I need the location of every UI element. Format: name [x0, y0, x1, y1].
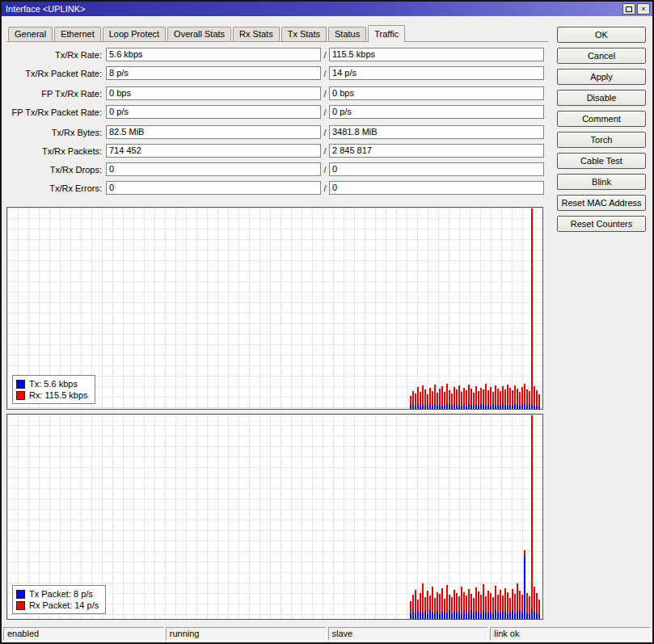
- tx-bar: [434, 613, 436, 619]
- status-slave: slave: [328, 627, 489, 641]
- rx-value-input[interactable]: 2 845 817: [329, 144, 544, 158]
- status-running: running: [166, 627, 327, 641]
- tx-bar: [519, 406, 521, 409]
- tx-value-input[interactable]: 5.6 kbps: [106, 48, 321, 61]
- tx-bar: [473, 406, 475, 409]
- legend-label: Tx: 5.6 kbps: [29, 379, 78, 389]
- tx-bar: [432, 612, 433, 619]
- tx-bar: [410, 613, 411, 619]
- tx-bar: [451, 406, 453, 409]
- tab-traffic[interactable]: Traffic: [368, 25, 405, 42]
- status-bar: enabledrunningslavelink ok: [3, 627, 651, 641]
- tx-bar: [495, 610, 496, 619]
- blink-button[interactable]: Blink: [557, 174, 646, 190]
- tx-value-input[interactable]: 0 p/s: [106, 105, 321, 119]
- field-row-tx-rx-bytes: Tx/Rx Bytes:82.5 MiB/3481.8 MiB: [2, 125, 550, 139]
- ok-button[interactable]: OK: [557, 27, 646, 43]
- tx-bar: [497, 405, 499, 409]
- field-label: FP Tx/Rx Packet Rate:: [2, 107, 106, 117]
- tab-tx-stats[interactable]: Tx Stats: [281, 27, 327, 41]
- tx-bar: [454, 405, 455, 409]
- rx-value-input[interactable]: 0 bps: [329, 86, 544, 100]
- tx-value-input[interactable]: 0: [106, 162, 321, 176]
- tx-value-input[interactable]: 0 bps: [106, 86, 321, 100]
- tx-bar: [524, 404, 525, 409]
- tx-bar: [504, 612, 506, 619]
- tx-bar: [538, 406, 540, 409]
- tx-bar: [485, 612, 487, 619]
- field-row-fp-tx-rx-packet-rate: FP Tx/Rx Packet Rate:0 p/s/0 p/s: [2, 105, 550, 119]
- tx-bar: [441, 406, 443, 409]
- tx-bar: [422, 405, 424, 409]
- tx-value-input[interactable]: 0: [106, 181, 321, 195]
- torch-button[interactable]: Torch: [557, 132, 646, 148]
- rx-value-input[interactable]: 14 p/s: [329, 66, 544, 80]
- tab-general[interactable]: General: [8, 27, 53, 41]
- field-label: Tx/Rx Rate:: [2, 50, 106, 60]
- field-row-tx-rx-errors: Tx/Rx Errors:0/0: [2, 181, 550, 195]
- tx-bar: [507, 614, 508, 619]
- tx-bar: [415, 406, 416, 409]
- tx-value-input[interactable]: 8 p/s: [106, 66, 321, 80]
- tx-value-input[interactable]: 714 452: [106, 144, 321, 158]
- maximize-button[interactable]: [622, 3, 635, 15]
- tx-bar: [429, 610, 431, 619]
- rx-value-input[interactable]: 0: [329, 181, 544, 195]
- tx-bar: [502, 404, 504, 409]
- tx-bar: [468, 612, 470, 619]
- status-link-ok: link ok: [490, 627, 651, 641]
- tx-bar: [512, 406, 513, 409]
- tx-bar: [500, 406, 501, 409]
- tx-bar: [519, 611, 521, 619]
- field-row-tx-rx-packets: Tx/Rx Packets:714 452/2 845 817: [2, 144, 550, 158]
- status-enabled: enabled: [3, 627, 164, 641]
- reset-counters-button[interactable]: Reset Counters: [557, 216, 646, 232]
- legend-label: Tx Packet: 8 p/s: [29, 589, 93, 599]
- slash-separator: /: [321, 50, 329, 60]
- rx-swatch-icon: [16, 391, 25, 400]
- tx-bar: [446, 404, 448, 409]
- comment-button[interactable]: Comment: [557, 111, 646, 127]
- tx-bar: [487, 613, 489, 619]
- tab-rx-stats[interactable]: Rx Stats: [233, 27, 280, 41]
- tx-bar: [449, 610, 450, 619]
- tx-bar: [483, 405, 484, 409]
- tab-loop-protect[interactable]: Loop Protect: [103, 27, 166, 41]
- tab-overall-stats[interactable]: Overall Stats: [167, 27, 231, 41]
- tx-bar: [483, 611, 484, 619]
- titlebar[interactable]: Interface <UPLINK> ×: [2, 2, 652, 16]
- tx-bar: [424, 406, 426, 409]
- tx-bar: [454, 612, 455, 619]
- rx-bar: [531, 208, 533, 409]
- close-button[interactable]: ×: [637, 3, 650, 15]
- tx-bar: [524, 556, 525, 619]
- rx-value-input[interactable]: 0: [329, 162, 544, 176]
- legend-row: Tx: 5.6 kbps: [16, 378, 88, 389]
- slash-separator: /: [321, 69, 329, 78]
- tx-bar: [497, 612, 499, 619]
- tx-bar: [412, 612, 414, 619]
- rx-value-input[interactable]: 3481.8 MiB: [329, 125, 544, 139]
- reset-mac-address-button[interactable]: Reset MAC Address: [557, 195, 646, 211]
- cancel-button[interactable]: Cancel: [557, 48, 646, 64]
- disable-button[interactable]: Disable: [557, 90, 646, 106]
- tab-status[interactable]: Status: [328, 27, 366, 41]
- tx-bar: [526, 613, 528, 619]
- maximize-icon: [626, 6, 632, 12]
- rx-packet-swatch-icon: [16, 601, 25, 610]
- cable-test-button[interactable]: Cable Test: [557, 153, 646, 169]
- field-label: Tx/Rx Packets:: [2, 146, 106, 156]
- tx-bar: [461, 613, 462, 619]
- rx-bar: [531, 415, 533, 619]
- rx-value-input[interactable]: 0 p/s: [329, 105, 544, 119]
- tx-value-input[interactable]: 82.5 MiB: [106, 125, 321, 139]
- tx-bar: [415, 614, 416, 619]
- tx-packet-swatch-icon: [16, 590, 25, 599]
- rx-value-input[interactable]: 115.5 kbps: [329, 48, 544, 61]
- tx-bar: [470, 405, 472, 409]
- tx-bar: [441, 612, 443, 619]
- action-buttons-column: OKCancelApplyDisableCommentTorchCable Te…: [557, 27, 646, 237]
- tab-ethernet[interactable]: Ethernet: [54, 27, 101, 41]
- apply-button[interactable]: Apply: [557, 69, 646, 85]
- slash-separator: /: [321, 89, 329, 99]
